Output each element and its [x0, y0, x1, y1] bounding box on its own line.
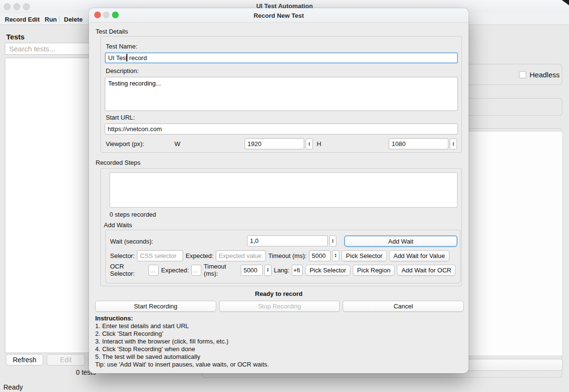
toolbar-delete-button[interactable]: Delete	[64, 16, 83, 23]
start-url-input[interactable]	[105, 123, 458, 135]
instructions-heading: Instructions:	[95, 315, 269, 322]
add-waits-group: Wait (seconds): ▲▼ Add Wait Selector: Ex…	[105, 230, 460, 283]
stop-recording-button[interactable]: Stop Recording	[219, 301, 340, 312]
status-bar: Ready	[3, 383, 23, 391]
toolbar-edit-button[interactable]: Edit	[28, 16, 40, 23]
recording-status-text: Ready to record	[89, 290, 469, 297]
desktop-corner	[562, 0, 569, 5]
ocr-timeout-input[interactable]	[241, 265, 263, 276]
dialog-title: Record New Test	[89, 12, 469, 19]
instruction-line: 2. Click 'Start Recording'	[95, 330, 269, 338]
ocr-timeout-label: Timeout (ms):	[204, 263, 238, 277]
viewport-w-spinbox[interactable]: ▲▼	[245, 138, 313, 149]
pick-selector-button[interactable]: Pick Selector	[342, 250, 387, 261]
wait-seconds-row: Wait (seconds): ▲▼ Add Wait	[110, 235, 456, 247]
ocr-expected-label: Expected:	[161, 267, 189, 274]
stepper-icon[interactable]: ▲▼	[332, 250, 339, 261]
viewport-h-spinbox[interactable]: ▲▼	[389, 138, 457, 149]
wait-seconds-label: Wait (seconds):	[110, 238, 153, 245]
viewport-h-input[interactable]	[389, 138, 448, 149]
refresh-button[interactable]: Refresh	[6, 354, 43, 366]
recorded-steps-group: 0 steps recorded Add Waits Wait (seconds…	[100, 168, 462, 286]
dialog-footer: Start Recording Stop Recording Cancel	[95, 301, 464, 312]
test-details-section-label: Test Details	[96, 28, 128, 35]
selector-input[interactable]	[137, 250, 183, 261]
headless-label: Headless	[530, 71, 560, 79]
instruction-line: 5. The test will be saved automatically	[95, 353, 269, 361]
steps-count-label: 0 steps recorded	[110, 211, 156, 218]
toolbar-separator	[59, 16, 60, 23]
expected-label: Expected:	[186, 252, 213, 259]
toolbar-run-button[interactable]: Run	[45, 16, 57, 23]
stepper-icon[interactable]: ▲▼	[329, 235, 336, 246]
ocr-expected-input[interactable]	[191, 265, 201, 276]
test-name-input[interactable]	[105, 52, 458, 63]
ocr-pick-selector-button[interactable]: Pick Selector	[305, 265, 350, 276]
cancel-button[interactable]: Cancel	[343, 301, 464, 312]
value-wait-row: Selector: Expected: Timeout (ms): ▲▼ Pic…	[110, 250, 456, 261]
text-caret	[126, 54, 127, 61]
viewport-w-label: W	[174, 140, 180, 147]
lang-label: Lang:	[274, 267, 290, 274]
ocr-selector-input[interactable]	[148, 265, 159, 276]
description-label: Description:	[106, 67, 139, 74]
ocr-selector-label: OCR Selector:	[110, 263, 146, 277]
timeout-spinbox[interactable]: ▲▼	[309, 250, 339, 261]
stepper-icon[interactable]: ▲▼	[264, 265, 272, 276]
add-wait-for-value-button[interactable]: Add Wait for Value	[389, 250, 449, 261]
tests-panel-heading: Tests	[6, 33, 25, 41]
instruction-line: 1. Enter test details and start URL	[95, 322, 269, 330]
dialog-titlebar: Record New Test	[89, 8, 469, 23]
viewport-label: Viewport (px):	[106, 140, 144, 147]
recorded-steps-list[interactable]	[110, 172, 458, 208]
expected-input[interactable]	[216, 250, 266, 261]
add-wait-button[interactable]: Add Wait	[344, 235, 458, 247]
selector-label: Selector:	[110, 252, 135, 259]
timeout-label: Timeout (ms):	[268, 252, 307, 259]
wait-seconds-spinbox[interactable]: ▲▼	[247, 235, 336, 246]
test-name-label: Test Name:	[106, 43, 137, 50]
stepper-icon[interactable]: ▲▼	[306, 138, 313, 149]
ocr-wait-row: OCR Selector: Expected: Timeout (ms): ▲▼…	[110, 264, 456, 276]
description-textarea[interactable]: Testing recording...	[105, 77, 458, 111]
toolbar-record-button[interactable]: Record	[5, 16, 26, 23]
timeout-input[interactable]	[309, 250, 331, 261]
test-details-group: Test Name: Description: Testing recordin…	[100, 36, 462, 153]
ocr-timeout-spinbox[interactable]: ▲▼	[241, 265, 272, 276]
recorded-steps-section-label: Recorded Steps	[96, 159, 140, 166]
add-waits-section-label: Add Waits	[104, 221, 132, 229]
instructions-block: Instructions: 1. Enter test details and …	[95, 315, 269, 368]
start-url-label: Start URL:	[106, 114, 135, 121]
start-recording-button[interactable]: Start Recording	[95, 301, 216, 312]
record-new-test-dialog: Record New Test Test Details Test Name: …	[89, 8, 469, 373]
wait-seconds-input[interactable]	[247, 235, 328, 246]
instruction-line: 3. Interact with the browser (click, fil…	[95, 338, 269, 345]
pick-region-button[interactable]: Pick Region	[353, 265, 395, 276]
lang-input[interactable]	[292, 265, 303, 276]
instruction-line: 4. Click 'Stop Recording' when done	[95, 345, 269, 353]
viewport-w-input[interactable]	[245, 138, 304, 149]
edit-test-button[interactable]: Edit	[47, 354, 85, 366]
add-wait-for-ocr-button[interactable]: Add Wait for OCR	[397, 265, 456, 276]
viewport-h-label: H	[317, 140, 321, 147]
headless-checkbox[interactable]	[519, 71, 526, 78]
stepper-icon[interactable]: ▲▼	[450, 138, 457, 149]
instruction-tip: Tip: use 'Add Wait' to insert pauses, va…	[95, 361, 269, 368]
